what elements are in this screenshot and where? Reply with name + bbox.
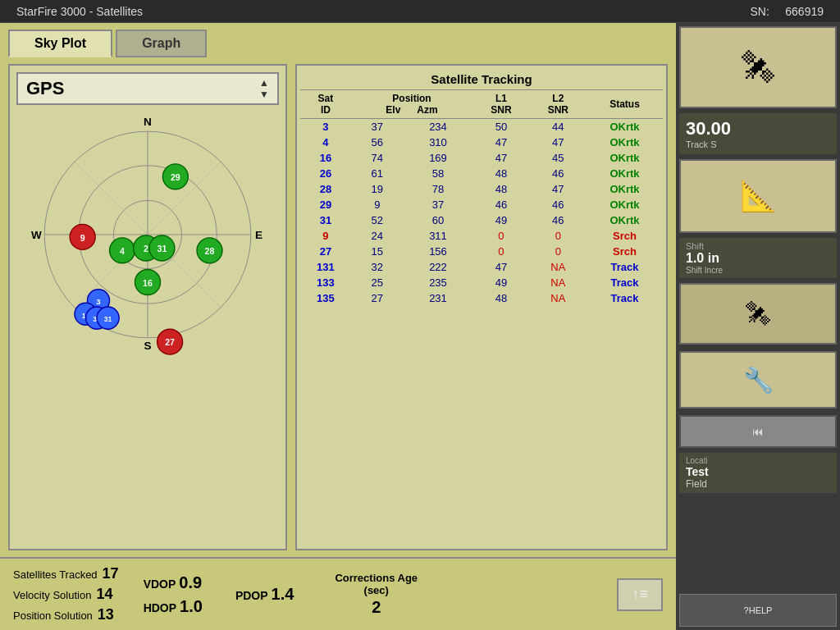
cell-l1: 47	[472, 135, 529, 150]
cell-l2: 0	[530, 244, 587, 259]
table-row: 31 52 60 49 46 OKrtk	[300, 212, 663, 228]
svg-text:28: 28	[205, 246, 215, 256]
cell-elv: 25	[351, 275, 404, 290]
corrections-age-label: Corrections Age (sec)	[335, 572, 418, 596]
cell-azm: 222	[404, 259, 473, 275]
svg-text:27: 27	[165, 337, 175, 347]
sn-value: 666919	[785, 5, 824, 18]
cell-status: OKrtk	[587, 119, 663, 135]
scroll-button[interactable]: ↑≡	[617, 578, 663, 611]
svg-text:16: 16	[143, 278, 153, 288]
cell-l2: 45	[530, 150, 587, 166]
tracking-table-container: Satellite Tracking SatID PositionElvAzm …	[295, 64, 668, 550]
help-button[interactable]: ? HELP	[679, 594, 837, 627]
col-l1-snr: L1SNR	[472, 90, 529, 119]
main-content: Sky Plot Graph GPS ▲ ▼	[0, 23, 840, 630]
cell-l2: 46	[530, 166, 587, 181]
right-info-value-1: 30.00	[686, 118, 830, 139]
cell-elv: 52	[351, 212, 404, 228]
col-status: Status	[587, 90, 663, 119]
cell-status: Srch	[587, 228, 663, 244]
col-header-row: SatID PositionElvAzm L1SNR L2SNR Status	[300, 90, 663, 119]
svg-text:S: S	[144, 340, 151, 352]
table-row: 4 56 310 47 47 OKrtk	[300, 135, 663, 150]
svg-text:N: N	[144, 116, 152, 128]
location-label: Locati	[686, 456, 830, 465]
cell-elv: 56	[351, 135, 404, 150]
cell-sat-id: 28	[300, 181, 351, 197]
gps-arrows[interactable]: ▲ ▼	[259, 77, 269, 100]
cell-sat-id: 4	[300, 135, 351, 150]
cell-l1: 46	[472, 197, 529, 212]
tools-button[interactable]: 🔧	[679, 351, 837, 409]
cell-l1: 48	[472, 181, 529, 197]
cell-l1: 47	[472, 150, 529, 166]
tab-graph[interactable]: Graph	[116, 30, 207, 57]
right-bottom-nav: ? HELP	[676, 495, 840, 630]
velocity-solution-label: Velocity Solution	[13, 589, 91, 601]
cell-status: OKrtk	[587, 181, 663, 197]
cell-l1: 49	[472, 212, 529, 228]
cell-azm: 311	[404, 228, 473, 244]
cell-l1: 49	[472, 275, 529, 290]
cell-l1: 47	[472, 259, 529, 275]
gps-selector[interactable]: GPS ▲ ▼	[16, 72, 279, 105]
cell-status: OKrtk	[587, 166, 663, 181]
tab-sky-plot[interactable]: Sky Plot	[8, 30, 112, 57]
velocity-solution-value: 14	[96, 586, 112, 603]
right-info-sub-1: Track S	[686, 139, 830, 149]
skip-button[interactable]: ⏮	[679, 415, 837, 448]
satellite-icon: 🛰	[746, 300, 770, 328]
table-row: 28 19 78 48 47 OKrtk	[300, 181, 663, 197]
cell-l2: 44	[530, 119, 587, 135]
cell-status: OKrtk	[587, 135, 663, 150]
table-row: 135 27 231 48 NA Track	[300, 290, 663, 306]
shift-sub: Shift Incre	[686, 266, 830, 275]
right-info-block-3: Locati Test Field	[679, 453, 837, 493]
sky-plot-container: GPS ▲ ▼	[8, 64, 287, 550]
cell-status: Track	[587, 275, 663, 290]
satellites-tracked-label: Satellites Tracked	[13, 568, 98, 581]
right-panel: 🛰 30.00 Track S 📐 Shift 1.0 in Shift Inc…	[676, 23, 840, 630]
svg-text:E: E	[255, 229, 262, 241]
survey-button[interactable]: 📐	[679, 159, 837, 233]
cell-azm: 156	[404, 244, 473, 259]
col-sat-id: SatID	[300, 90, 351, 119]
table-row: 3 37 234 50 44 OKrtk	[300, 119, 663, 135]
corrections-age-group: Corrections Age (sec) 2	[335, 572, 418, 617]
satellite-button[interactable]: 🛰	[679, 283, 837, 345]
right-nav-buttons: ? HELP	[676, 591, 840, 630]
cell-azm: 235	[404, 275, 473, 290]
cell-elv: 74	[351, 150, 404, 166]
bottom-stats: Satellites Tracked 17 Velocity Solution …	[0, 557, 676, 630]
svg-text:29: 29	[171, 172, 180, 182]
table-row: 16 74 169 47 45 OKrtk	[300, 150, 663, 166]
app-title: StarFire 3000 - Satellites	[16, 5, 143, 18]
cell-l2: NA	[530, 259, 587, 275]
table-row: 131 32 222 47 NA Track	[300, 259, 663, 275]
vdop-value: 0.9	[179, 573, 202, 592]
position-solution-value: 13	[98, 606, 114, 623]
cell-l2: 46	[530, 197, 587, 212]
table-title: Satellite Tracking	[300, 69, 663, 90]
right-info-block-2: Shift 1.0 in Shift Incre	[679, 238, 837, 278]
gps-label: GPS	[26, 78, 64, 99]
cell-elv: 37	[351, 119, 404, 135]
svg-text:W: W	[31, 229, 42, 241]
cell-status: Srch	[587, 244, 663, 259]
cell-azm: 37	[404, 197, 473, 212]
cell-l1: 0	[472, 244, 529, 259]
cell-status: Track	[587, 290, 663, 306]
cell-l2: 47	[530, 181, 587, 197]
cell-azm: 169	[404, 150, 473, 166]
table-row: 29 9 37 46 46 OKrtk	[300, 197, 663, 212]
pdop-value: 1.4	[272, 585, 294, 604]
cell-sat-id: 29	[300, 197, 351, 212]
svg-text:9: 9	[80, 233, 85, 243]
gps-device-button[interactable]: 🛰	[679, 26, 837, 108]
cell-status: OKrtk	[587, 150, 663, 166]
tracking-table: Satellite Tracking SatID PositionElvAzm …	[300, 69, 663, 306]
tools-icon: 🔧	[743, 366, 774, 395]
cell-sat-id: 3	[300, 119, 351, 135]
cell-l2: 0	[530, 228, 587, 244]
